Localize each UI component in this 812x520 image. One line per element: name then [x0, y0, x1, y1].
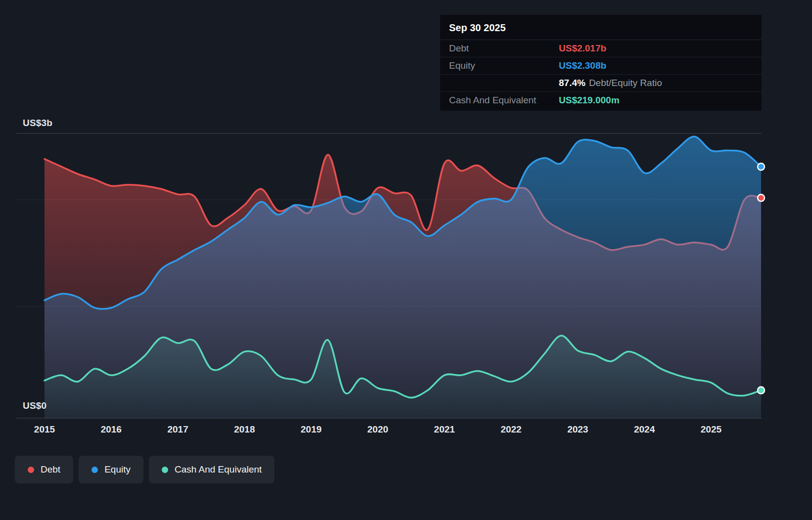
cash-and-equivalent-endpoint-dot[interactable] [758, 387, 765, 394]
tooltip-cash-row: Cash And Equivalent US$219.000m [440, 92, 762, 109]
debt-color-dot [28, 467, 34, 473]
tooltip-date: Sep 30 2025 [440, 15, 762, 40]
legend-equity-label: Equity [104, 464, 131, 475]
legend-item-cash[interactable]: Cash And Equivalent [149, 456, 274, 483]
legend: Debt Equity Cash And Equivalent [15, 456, 274, 483]
tooltip-debt-value: US$2.017b [559, 43, 606, 54]
tooltip-cash-value: US$219.000m [559, 95, 620, 106]
equity-endpoint-dot[interactable] [758, 163, 765, 170]
tooltip-equity-label: Equity [449, 60, 559, 71]
equity-color-dot [91, 467, 98, 473]
legend-debt-label: Debt [41, 464, 60, 475]
tooltip-ratio-row: 87.4%Debt/Equity Ratio [440, 75, 762, 92]
x-tick-label: 2022 [500, 424, 521, 435]
series-layer [45, 136, 765, 418]
chart-panel: US$3b US$0 20152016201720182019202020212… [0, 0, 812, 520]
debt-endpoint-dot[interactable] [758, 194, 765, 201]
x-tick-label: 2023 [567, 424, 588, 435]
tooltip-ratio-label: Debt/Equity Ratio [589, 78, 662, 88]
x-tick-label: 2020 [367, 424, 388, 435]
tooltip-debt-row: Debt US$2.017b [440, 40, 762, 57]
legend-item-debt[interactable]: Debt [15, 456, 73, 483]
x-tick-label: 2018 [234, 424, 255, 435]
legend-cash-label: Cash And Equivalent [175, 464, 262, 475]
tooltip-equity-row: Equity US$2.308b [440, 57, 762, 75]
tooltip-equity-value: US$2.308b [559, 60, 606, 71]
x-tick-label: 2024 [634, 424, 655, 435]
x-axis: 2015201620172018201920202021202220232024… [0, 424, 812, 439]
tooltip-debt-label: Debt [449, 43, 559, 54]
tooltip-ratio-value: 87.4% [559, 78, 586, 88]
x-tick-label: 2021 [434, 424, 455, 435]
x-tick-label: 2016 [101, 424, 122, 435]
tooltip-cash-label: Cash And Equivalent [449, 95, 559, 106]
y-axis-max-label: US$3b [23, 118, 52, 129]
y-axis-min-label: US$0 [23, 400, 46, 411]
cash-color-dot [162, 467, 168, 473]
x-tick-label: 2019 [301, 424, 321, 435]
tooltip: Sep 30 2025 Debt US$2.017b Equity US$2.3… [440, 15, 762, 111]
legend-item-equity[interactable]: Equity [79, 456, 143, 483]
x-tick-label: 2015 [34, 424, 55, 435]
x-tick-label: 2025 [701, 424, 722, 435]
x-tick-label: 2017 [167, 424, 188, 435]
